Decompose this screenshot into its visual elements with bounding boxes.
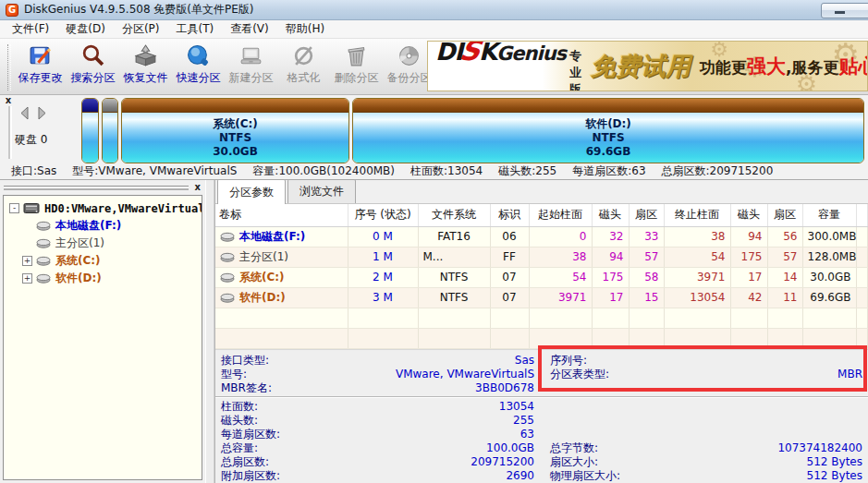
menu-view[interactable]: 查看(V) <box>222 19 277 39</box>
tree-node-software-d[interactable]: + 软件(D:) <box>9 270 202 287</box>
tree-node-hd0[interactable]: - HD0:VMware,VMwareVirtualS <box>9 199 202 217</box>
recover-files-button[interactable]: 恢复文件 <box>119 42 172 86</box>
logo-edition: 专业版 <box>569 48 581 91</box>
col-header-start-head[interactable]: 磁头 <box>592 204 629 226</box>
delete-partition-button[interactable]: 删除分区 <box>330 42 383 86</box>
tree-node-primary-1[interactable]: 主分区(1) <box>9 235 202 252</box>
cell-start-cyl: 0 <box>529 226 592 247</box>
col-header-end-head[interactable]: 磁头 <box>730 204 767 226</box>
partition-label: 软件(D:) <box>585 117 631 131</box>
cell-seq: 3 M <box>348 287 418 308</box>
prev-disk-arrow-icon[interactable] <box>18 106 31 120</box>
cell-end-cyl: 38 <box>664 226 730 247</box>
slogan-part: 贴心 <box>839 55 868 78</box>
expand-icon[interactable]: + <box>22 273 32 284</box>
cell-end-head: 42 <box>730 287 767 308</box>
cell-start-sec: 58 <box>629 267 664 287</box>
save-changes-button[interactable]: 保存更改 <box>14 42 67 86</box>
detail-label: 每道扇区数: <box>215 428 280 441</box>
table-row-software-d[interactable]: 软件(D:) 3 M NTFS 07 3971 17 15 13054 42 1… <box>215 287 868 308</box>
detail-label: 扇区大小: <box>544 455 598 469</box>
partition-size: 69.6GB <box>586 145 631 159</box>
cell-end-sec: 14 <box>767 267 802 287</box>
tree-panel-grip[interactable] <box>4 187 189 190</box>
window-title: DiskGenius V4.9.5.508 免费版(单文件PE版) <box>24 2 254 18</box>
col-header-start-cyl[interactable]: 起始柱面 <box>529 204 592 226</box>
quick-partition-button[interactable]: 快速分区 <box>172 42 225 86</box>
disk-cylinders: 柱面数:13054 <box>410 163 483 179</box>
table-row-system-c[interactable]: 系统(C:) 2 M NTFS 07 54 175 58 3971 17 14 … <box>215 267 868 287</box>
col-header-seq-status[interactable]: 序号 (状态) <box>348 204 418 226</box>
col-header-start-sec[interactable]: 扇区 <box>629 204 664 226</box>
cell-id: 07 <box>490 287 529 308</box>
toolbar-button-label: 删除分区 <box>335 70 379 86</box>
new-partition-button[interactable]: 新建分区 <box>225 42 277 86</box>
cell-end-cyl: 3971 <box>664 267 730 287</box>
menu-partition[interactable]: 分区(P) <box>114 19 168 39</box>
detail-label: 附加扇区数: <box>215 469 280 483</box>
format-button[interactable]: 格式化 <box>277 42 330 86</box>
tree-node-system-c[interactable]: + 系统(C:) <box>9 252 202 270</box>
partition-bar-system-c[interactable]: 系统(C:) NTFS 30.0GB <box>121 98 349 163</box>
title-bar: G DiskGenius V4.9.5.508 免费版(单文件PE版) <box>0 0 868 20</box>
tree-node-local-disk-f[interactable]: 本地磁盘(F:) <box>9 217 202 235</box>
detail-value: 512 Bytes <box>807 469 862 483</box>
disk-heads: 磁头数:255 <box>498 163 556 179</box>
tab-strip: 分区参数 浏览文件 <box>215 180 868 204</box>
detail-label: MBR签名: <box>215 381 272 395</box>
disk-sectors-per-track: 每道扇区数:63 <box>572 163 645 179</box>
disk-icon <box>36 256 51 266</box>
col-header-volume[interactable]: 卷标 <box>215 204 348 226</box>
disk-icon <box>36 221 51 231</box>
expand-icon[interactable]: + <box>22 256 32 266</box>
partition-bar-header <box>353 99 863 113</box>
menu-disk[interactable]: 硬盘(D) <box>57 19 114 39</box>
next-disk-arrow-icon[interactable] <box>36 106 48 120</box>
col-header-end-sec[interactable]: 扇区 <box>767 204 802 226</box>
menu-file[interactable]: 文件(F) <box>4 19 57 39</box>
tree-panel: x - HD0:VMware,VMwareVirtualS 本地磁盘(F:) 主… <box>0 180 205 483</box>
cell-filesystem: NTFS <box>418 267 490 287</box>
promo-banner[interactable]: ⚙ ⚙ ⚙ ⚙ DISKGenius专业版 免费试用 功能更强大,服务更贴心 <box>427 41 868 91</box>
cell-seq: 1 M <box>348 247 418 267</box>
partition-bar-local-disk-f[interactable] <box>81 98 99 163</box>
toolbar-button-label: 搜索分区 <box>71 70 116 86</box>
col-header-id[interactable]: 标识 <box>490 204 529 226</box>
search-partition-button[interactable]: 搜索分区 <box>67 42 119 86</box>
disk-icon <box>220 272 235 283</box>
current-disk-label: 硬盘 0 <box>15 132 47 148</box>
panel-grip[interactable] <box>8 106 12 159</box>
menu-help[interactable]: 帮助(H) <box>277 19 333 39</box>
table-row-empty <box>215 328 868 348</box>
minimize-button[interactable] <box>821 3 868 18</box>
tree-node-label: 主分区(1) <box>55 235 104 251</box>
menu-tools[interactable]: 工具(T) <box>167 19 222 39</box>
collapse-icon[interactable]: - <box>9 203 19 213</box>
format-icon <box>291 43 316 68</box>
new-partition-icon <box>238 43 263 68</box>
recover-files-icon <box>133 43 158 68</box>
partition-size: 30.0GB <box>213 145 258 159</box>
slogan-part: ,服务更 <box>786 58 838 77</box>
toolbar-button-label: 保存更改 <box>18 70 63 86</box>
tab-partition-parameters[interactable]: 分区参数 <box>217 179 286 204</box>
cell-id: 06 <box>490 226 529 247</box>
cell-end-cyl: 13054 <box>664 287 730 308</box>
col-header-filesystem[interactable]: 文件系统 <box>418 204 490 226</box>
table-row-local-disk-f[interactable]: 本地磁盘(F:) 0 M FAT16 06 0 32 33 38 94 56 3… <box>215 226 868 247</box>
volume-name: 软件(D:) <box>239 290 286 306</box>
cell-start-sec: 33 <box>629 226 664 247</box>
col-header-capacity[interactable]: 容量 <box>802 204 856 226</box>
tab-browse-files[interactable]: 浏览文件 <box>287 179 356 203</box>
panel-splitter[interactable] <box>205 180 214 483</box>
panel-close-button[interactable]: x <box>3 95 14 106</box>
partition-bar-software-d[interactable]: 软件(D:) NTFS 69.6GB <box>352 98 864 163</box>
cell-capacity: 300.0MB <box>802 226 856 247</box>
disk-icon <box>220 293 235 303</box>
tree-panel-close-button[interactable]: x <box>195 182 201 192</box>
col-header-end-cyl[interactable]: 终止柱面 <box>664 204 730 226</box>
partition-bar-body <box>82 113 98 163</box>
partition-bar-body: 系统(C:) NTFS 30.0GB <box>122 113 348 163</box>
table-row-primary-1[interactable]: 主分区(1) 1 M M... FF 38 94 57 54 175 57 12… <box>215 247 868 267</box>
partition-bar-primary-1[interactable] <box>102 98 118 163</box>
